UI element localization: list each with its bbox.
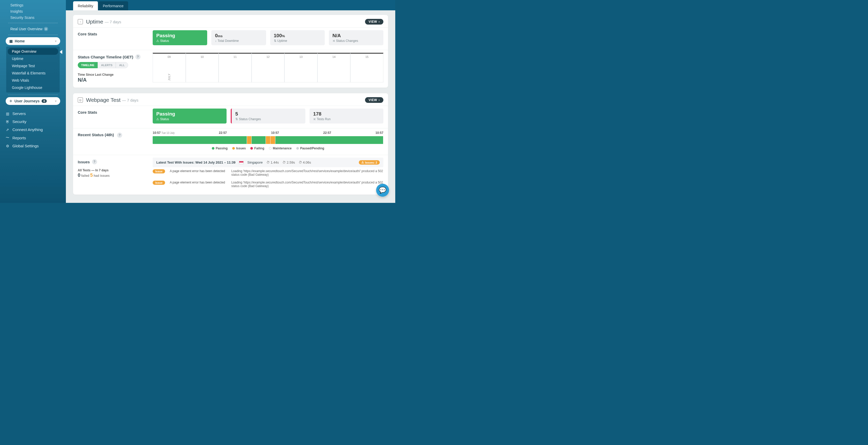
help-icon[interactable]: ? (117, 132, 122, 138)
nav-label: Reports (12, 136, 26, 140)
main: Reliability Performance ↑ Uptime — 7 day… (66, 0, 395, 203)
status-bar[interactable] (153, 136, 383, 144)
stat-unit: % (282, 34, 285, 38)
subnav-page-overview[interactable]: Page Overview (8, 48, 58, 55)
had-count: 5 (90, 173, 93, 178)
stat-label: Status Changes (239, 117, 261, 121)
status-segment (271, 136, 275, 144)
nav-connect[interactable]: ⇗Connect Anything (3, 126, 63, 134)
all-tests-label: All Tests — In 7 days (78, 169, 153, 172)
legend-paused: Paused/Pending (296, 147, 324, 150)
sidebar-item-insights[interactable]: Insights (3, 8, 63, 14)
stat-value: Passing (156, 111, 223, 117)
banner-title: Latest Test With Issues: Wed 14 July 202… (156, 160, 235, 165)
view-button[interactable]: VIEW › (365, 19, 383, 25)
day-label: 13 (285, 55, 317, 58)
since-value: N/A (78, 77, 153, 83)
filter-all[interactable]: ALL (116, 62, 128, 68)
warning-icon: ⚠ (156, 39, 159, 42)
updown-icon: ⇅ (274, 39, 276, 42)
help-icon[interactable]: ? (92, 159, 97, 165)
warning-icon: ⚠ (156, 117, 159, 121)
issues-count-badge: ⚠ Issues: 2 (359, 160, 380, 165)
stat-uptime: 100% ⇅Uptime (270, 30, 325, 45)
timeline-sidebar: Status Change Timeline (GET) ? TIMELINE … (78, 53, 153, 83)
since-label: Time Since Last Change (78, 73, 153, 77)
panel-period: — 7 days (105, 20, 121, 24)
home-pill[interactable]: ▦ Home ▾ (6, 37, 60, 45)
panel-title: Webpage Test (86, 97, 121, 103)
chat-button[interactable]: 💬 (376, 184, 389, 197)
stat-value: 178 (313, 111, 380, 117)
stat-value: 0 (215, 33, 218, 38)
subnav-webpage-test[interactable]: Webpage Test (8, 63, 58, 69)
security-icon: ⛨ (5, 120, 10, 124)
issue-tag: Issue (153, 169, 165, 173)
location-label: Singapore (247, 160, 262, 165)
subnav-waterfall[interactable]: Waterfall & Elements (8, 70, 58, 77)
issue-message: A page element error has been detected (170, 169, 226, 177)
filter-timeline[interactable]: TIMELINE (78, 62, 98, 68)
view-button[interactable]: VIEW › (365, 97, 383, 103)
timeline-track-wrapper: 09JULY 10 11 12 13 14 15 (153, 53, 383, 83)
time-label: 10:57 (375, 131, 383, 135)
nav-reports[interactable]: 〜Reports (3, 134, 63, 142)
status-times: 10:57Tue 13 July 22:57 10:57 22:57 10:57 (153, 131, 383, 135)
issues-sidebar: Issues ? All Tests — In 7 days 0 failed … (78, 158, 153, 190)
nav-label: Servers (12, 111, 26, 116)
metric-3: ⏱ 4.06s (299, 160, 311, 165)
timeline-track[interactable]: 09JULY 10 11 12 13 14 15 (153, 53, 383, 83)
stat-value: 5 (235, 111, 302, 117)
issue-item[interactable]: Issue A page element error has been dete… (153, 167, 383, 179)
help-icon[interactable]: ? (135, 54, 141, 59)
filter-alerts[interactable]: ALERTS (98, 62, 116, 68)
stat-value: Passing (156, 33, 204, 38)
legend-failing: Failing (250, 147, 264, 150)
chevron-down-icon: ▾ (55, 99, 57, 103)
legend-label: Paused/Pending (300, 147, 324, 150)
panel-title: Uptime (86, 19, 103, 25)
down-arrow-icon: ↓ (215, 39, 216, 42)
legend-maintenance: Maintenance (269, 147, 292, 150)
issue-message: A page element error has been detected (170, 181, 226, 188)
subnav-uptime[interactable]: Uptime (8, 55, 58, 62)
subnav-web-vitals[interactable]: Web Vitals (8, 77, 58, 84)
stat-cards: Passing ⚠Status 0ms ↓Total Downtime 100%… (153, 30, 383, 45)
stat-value: 100 (274, 33, 282, 38)
tab-performance[interactable]: Performance (98, 1, 128, 10)
pill-label: User Journeys (14, 99, 39, 103)
dot-icon (269, 147, 272, 150)
stat-label: Tests Run (317, 117, 331, 121)
issues-row: Issues ? All Tests — In 7 days 0 failed … (73, 155, 388, 195)
nav-global-settings[interactable]: ⚙Global Settings (3, 142, 63, 150)
subnav-lighthouse[interactable]: Google Lighthouse (8, 84, 58, 91)
sidebar-item-settings[interactable]: Settings (3, 2, 63, 8)
timeline-day: 11 (219, 53, 252, 83)
view-label: VIEW (369, 98, 377, 102)
issue-item[interactable]: Issue A page element error has been dete… (153, 179, 383, 190)
nav-servers[interactable]: ▥Servers (3, 110, 63, 118)
close-icon[interactable]: ✕ (44, 27, 48, 31)
sidebar: Settings Insights Security Scans Real Us… (0, 0, 66, 203)
status-segment (153, 136, 247, 144)
dot-icon (232, 147, 235, 150)
timeline-day: 09JULY (153, 53, 186, 83)
recent-label: Recent Status (48h) (78, 132, 114, 137)
tabs: Reliability Performance (66, 0, 395, 10)
home-icon: ▦ (9, 39, 13, 43)
status-segment (252, 136, 265, 144)
nav-security[interactable]: ⛨Security (3, 118, 63, 126)
user-journeys-pill[interactable]: ✧ User Journeys 0 ▾ (6, 97, 60, 105)
content-area: ↑ Uptime — 7 days VIEW › Core Stats Pass… (66, 10, 395, 203)
sidebar-item-real-user-overview[interactable]: Real User Overview ✕ (3, 25, 63, 33)
had-word: had issues (94, 174, 110, 178)
issues-title: Issues (78, 160, 90, 164)
sidebar-item-security-scans[interactable]: Security Scans (3, 14, 63, 21)
timeline-day: 12 (252, 53, 285, 83)
issue-tag: Issue (153, 181, 165, 185)
tab-reliability[interactable]: Reliability (73, 1, 98, 10)
status-legend: Passing Issues Failing Maintenance Pause… (153, 147, 383, 150)
metric-value: 1.44s (271, 160, 279, 165)
metric-value: 4.06s (303, 160, 311, 165)
divider (8, 95, 58, 95)
